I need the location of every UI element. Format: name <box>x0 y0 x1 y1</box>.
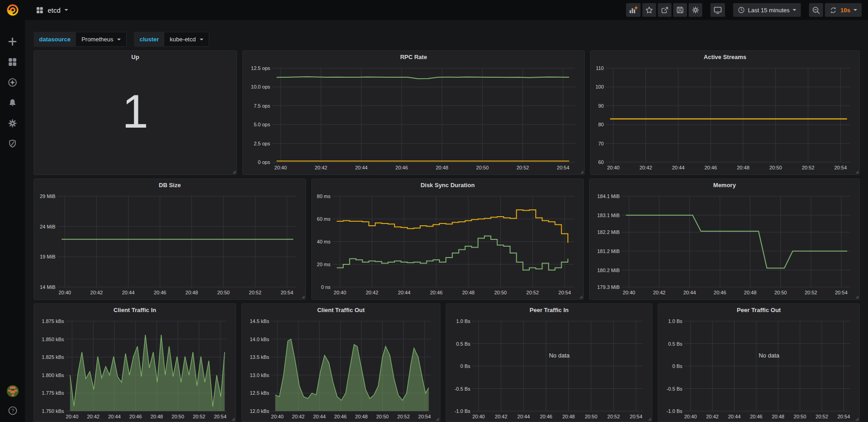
svg-text:20:52: 20:52 <box>607 414 620 419</box>
panel-chart-area[interactable]: 1.0 Bs0.5 Bs0 Bs-0.5 Bs-1.0 Bs20:4020:42… <box>661 316 857 422</box>
panel-title[interactable]: Client Traffic Out <box>242 304 440 316</box>
help-icon[interactable]: ? <box>8 406 18 416</box>
panel-chart-area[interactable]: 1101009080706020:4020:4220:4420:4620:482… <box>593 63 857 173</box>
svg-text:1.750 kBs: 1.750 kBs <box>42 408 64 414</box>
svg-text:1.850 kBs: 1.850 kBs <box>42 337 64 342</box>
cycle-view-mode-button[interactable] <box>710 3 725 17</box>
svg-text:20:44: 20:44 <box>518 414 530 419</box>
panel-title[interactable]: Active Streams <box>591 51 859 63</box>
svg-text:20:46: 20:46 <box>540 414 552 419</box>
svg-text:14 MiB: 14 MiB <box>40 284 55 290</box>
variable-value-dropdown[interactable]: Prometheus <box>76 32 127 47</box>
server-admin-shield-icon[interactable] <box>8 139 17 149</box>
configuration-gear-icon[interactable] <box>8 119 17 128</box>
svg-text:70: 70 <box>598 141 604 146</box>
panel-title[interactable]: RPC Rate <box>243 51 584 63</box>
panel-disk-sync-duration: Disk Sync Duration 80 ms60 ms40 ms20 ms0… <box>311 179 584 300</box>
panel-chart-area[interactable]: 14.5 kBs14.0 kBs13.5 kBs13.0 kBs12.5 kBs… <box>245 316 437 422</box>
svg-text:20:50: 20:50 <box>172 414 184 419</box>
svg-text:20:42: 20:42 <box>366 290 379 295</box>
dashboard-title-dropdown[interactable]: etcd <box>36 6 68 14</box>
panel-title[interactable]: DB Size <box>34 179 306 191</box>
create-plus-icon[interactable] <box>8 37 17 46</box>
svg-text:90: 90 <box>598 103 604 109</box>
panel-title[interactable]: Client Traffic In <box>34 304 236 316</box>
svg-text:20:54: 20:54 <box>557 165 570 170</box>
svg-text:-1.0 Bs: -1.0 Bs <box>666 408 682 414</box>
svg-text:0 ops: 0 ops <box>258 159 270 165</box>
dashboard-title: etcd <box>48 6 60 14</box>
alerting-bell-icon[interactable] <box>8 98 17 108</box>
save-icon <box>676 6 684 14</box>
add-panel-button[interactable] <box>626 3 641 17</box>
panel-chart-area[interactable]: 12.5 ops10.0 ops7.5 ops5.0 ops2.5 ops0 o… <box>246 63 582 173</box>
svg-text:24 MiB: 24 MiB <box>40 224 55 229</box>
svg-text:12.5 ops: 12.5 ops <box>251 65 271 71</box>
panel-chart-area[interactable]: 1.0 Bs0.5 Bs0 Bs-0.5 Bs-1.0 Bs20:4020:42… <box>449 316 649 422</box>
svg-text:20:46: 20:46 <box>334 414 347 419</box>
svg-text:0.5 Bs: 0.5 Bs <box>456 341 471 347</box>
dashboard-settings-button[interactable] <box>689 3 702 17</box>
refresh-picker[interactable]: 10s <box>825 3 862 17</box>
time-range-picker[interactable]: Last 15 minutes <box>733 3 801 17</box>
svg-text:20:44: 20:44 <box>122 290 135 295</box>
svg-text:20:54: 20:54 <box>281 290 293 295</box>
explore-compass-icon[interactable] <box>8 78 17 87</box>
svg-text:20:42: 20:42 <box>90 290 103 295</box>
svg-text:1.0 Bs: 1.0 Bs <box>668 318 683 324</box>
panel-title[interactable]: Disk Sync Duration <box>312 179 583 191</box>
panel-chart-area[interactable]: 184.1 MiB183.1 MiB182.2 MiB181.2 MiB180.… <box>592 191 857 298</box>
svg-text:60: 60 <box>598 159 604 165</box>
svg-text:179.3 MiB: 179.3 MiB <box>597 284 620 290</box>
svg-text:19 MiB: 19 MiB <box>40 254 55 259</box>
svg-text:20:48: 20:48 <box>744 290 757 295</box>
stat-value: 1 <box>37 63 234 173</box>
svg-text:20:50: 20:50 <box>769 165 782 170</box>
svg-text:20:54: 20:54 <box>214 414 227 419</box>
panel-chart-area[interactable]: 1 <box>37 63 234 173</box>
series-line-rpc-rate-green <box>276 77 569 79</box>
panel-chart-area[interactable]: 29 MiB24 MiB19 MiB14 MiB20:4020:4220:442… <box>37 191 303 298</box>
variable-cluster: cluster kube-etcd <box>134 32 209 47</box>
panel-up: Up 1 <box>34 50 237 175</box>
svg-text:20:52: 20:52 <box>526 290 539 295</box>
svg-text:182.2 MiB: 182.2 MiB <box>597 229 620 235</box>
share-dashboard-button[interactable] <box>658 3 671 17</box>
svg-text:20:40: 20:40 <box>334 290 346 295</box>
svg-text:1.825 kBs: 1.825 kBs <box>42 354 64 360</box>
panel-chart-area[interactable]: 80 ms60 ms40 ms20 ms0 ns20:4020:4220:442… <box>315 191 581 298</box>
star-dashboard-button[interactable] <box>642 3 656 17</box>
svg-text:20:40: 20:40 <box>607 165 620 170</box>
panel-title[interactable]: Peer Traffic In <box>446 304 652 316</box>
variable-value-dropdown[interactable]: kube-etcd <box>164 32 209 47</box>
svg-text:20:52: 20:52 <box>397 414 410 419</box>
svg-text:20:42: 20:42 <box>495 414 508 419</box>
panel-title[interactable]: Up <box>34 51 237 63</box>
svg-text:20:52: 20:52 <box>816 414 829 419</box>
chart-peer_in: 1.0 Bs0.5 Bs0 Bs-0.5 Bs-1.0 Bs20:4020:42… <box>449 316 649 422</box>
svg-text:2.5 ops: 2.5 ops <box>254 141 271 146</box>
svg-text:20:46: 20:46 <box>154 290 167 295</box>
svg-text:1.800 kBs: 1.800 kBs <box>42 372 64 378</box>
svg-text:14.0 kBs: 14.0 kBs <box>250 337 269 342</box>
panel-chart-area[interactable]: 1.875 kBs1.850 kBs1.825 kBs1.800 kBs1.77… <box>37 316 233 422</box>
panel-row-2: DB Size 29 MiB24 MiB19 MiB14 MiB20:4020:… <box>34 179 860 300</box>
user-avatar[interactable] <box>6 385 19 397</box>
save-dashboard-button[interactable] <box>673 3 687 17</box>
dashboard-grid-icon <box>36 6 44 14</box>
svg-text:20:50: 20:50 <box>774 290 787 295</box>
grafana-logo[interactable] <box>6 3 20 17</box>
dashboards-icon[interactable] <box>8 57 17 67</box>
svg-text:20:42: 20:42 <box>706 414 719 419</box>
settings-gear-icon <box>691 6 700 14</box>
panel-title[interactable]: Peer Traffic Out <box>658 304 859 316</box>
svg-text:100: 100 <box>596 84 604 89</box>
caret-down-icon <box>853 9 857 11</box>
svg-text:20:54: 20:54 <box>558 290 571 295</box>
panel-title[interactable]: Memory <box>590 179 859 191</box>
svg-text:20:54: 20:54 <box>838 414 850 419</box>
zoom-out-time-button[interactable] <box>809 3 823 17</box>
variable-datasource: datasource Prometheus <box>34 32 127 47</box>
zoom-out-icon <box>812 6 820 15</box>
svg-text:20:50: 20:50 <box>376 414 389 419</box>
